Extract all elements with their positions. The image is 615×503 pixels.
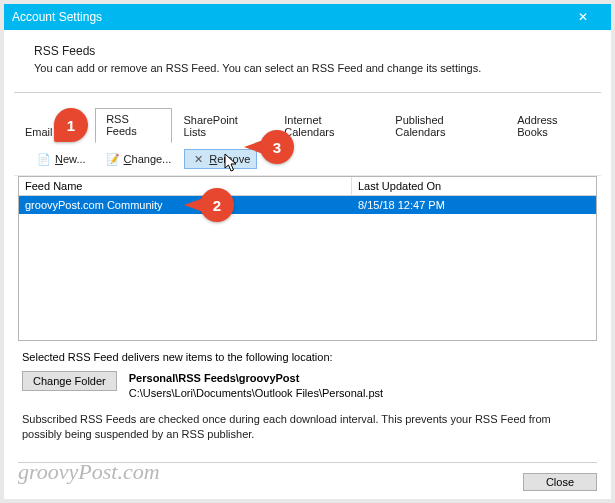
change-icon: 📝 [106,152,120,166]
divider [14,92,601,93]
cursor-icon [224,153,240,175]
tab-published-calendars[interactable]: Published Calendars [384,109,506,143]
callout-2: 2 [200,188,234,222]
tab-strip: Email es RSS Feeds SharePoint Lists Inte… [14,107,601,143]
delivery-intro: Selected RSS Feed delivers new items to … [22,351,593,363]
column-last-updated[interactable]: Last Updated On [352,177,596,195]
new-icon: 📄 [37,152,51,166]
column-feed-name[interactable]: Feed Name [19,177,352,195]
header-section: RSS Feeds You can add or remove an RSS F… [4,30,611,92]
cell-last-updated: 8/15/18 12:47 PM [352,196,596,214]
delivery-path-plain: C:\Users\Lori\Documents\Outlook Files\Pe… [129,386,383,401]
feed-list: Feed Name Last Updated On groovyPost.com… [18,176,597,341]
window-close-button[interactable]: ✕ [563,4,603,30]
table-row[interactable]: groovyPost.com Community 8/15/18 12:47 P… [19,196,596,214]
footer: Close [18,462,597,491]
change-folder-button[interactable]: Change Folder [22,371,117,391]
list-header: Feed Name Last Updated On [19,177,596,196]
window-title: Account Settings [12,10,102,24]
toolbar: 📄 New... 📝 Change... ✕ Remove [14,143,601,176]
delivery-path: Personal\RSS Feeds\groovyPost C:\Users\L… [129,371,383,402]
titlebar: Account Settings ✕ [4,4,611,30]
delivery-section: Selected RSS Feed delivers new items to … [4,341,611,449]
new-button[interactable]: 📄 New... [30,149,93,169]
callout-1: 1 [54,108,88,142]
change-label: Change... [124,153,172,165]
delivery-path-bold: Personal\RSS Feeds\groovyPost [129,371,383,386]
change-button[interactable]: 📝 Change... [99,149,179,169]
close-button[interactable]: Close [523,473,597,491]
tab-address-books[interactable]: Address Books [506,109,601,143]
page-description: You can add or remove an RSS Feed. You c… [34,62,593,74]
tab-rss-feeds[interactable]: RSS Feeds [95,108,172,143]
callout-3: 3 [260,130,294,164]
new-label: New... [55,153,86,165]
page-title: RSS Feeds [34,44,593,58]
close-icon: ✕ [578,10,588,24]
tab-sharepoint-lists[interactable]: SharePoint Lists [172,109,273,143]
remove-icon: ✕ [191,152,205,166]
subscription-note: Subscribed RSS Feeds are checked once du… [22,412,593,442]
